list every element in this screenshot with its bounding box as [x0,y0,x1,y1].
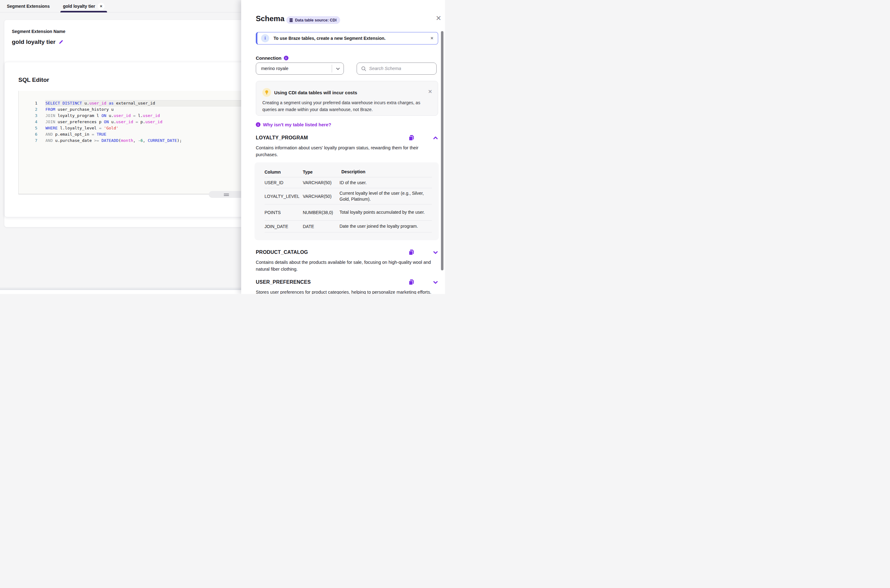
copy-icon[interactable] [408,134,415,141]
schema-table-description: Contains information about users' loyalt… [256,144,438,158]
code-text: AND p.email_opt_in = TRUE [45,131,107,138]
connection-label: Connection [256,56,282,61]
data-source-badge-label: Data table source: CDI [295,18,336,22]
table-column-header: Description [339,169,432,175]
sql-editor-title: SQL Editor [18,76,49,83]
column-name-cell: LOYALTY_LEVEL [264,194,303,199]
line-number: 4 [19,119,38,125]
search-schema-input[interactable] [369,63,433,74]
panel-close-icon[interactable]: ✕ [436,14,441,22]
edit-pencil-icon[interactable] [59,39,63,45]
info-icon: i [261,34,269,42]
schema-table-name: USER_PREFERENCES [256,279,408,285]
column-name-cell: USER_ID [264,180,303,185]
segment-extension-name-value: gold loyalty tier [12,39,56,45]
column-name-cell: POINTS [264,210,303,215]
schema-table-name: LOYALTY_PROGRAM [256,135,408,141]
column-type-cell: VARCHAR(50) [303,194,339,199]
copy-icon[interactable] [408,249,415,256]
column-description-cell: Date the user joined the loyalty program… [339,224,432,229]
column-type-cell: VARCHAR(50) [303,180,339,185]
warning-title: Using CDI data tables will incur costs [274,90,357,95]
data-source-badge: Data table source: CDI [286,16,340,24]
code-text: FROM user_purchase_history u [45,106,114,112]
warning-close-icon[interactable]: ✕ [428,88,432,94]
code-text: JOIN user_preferences p ON u.user_id = p… [45,119,162,125]
table-row: USER_IDVARCHAR(50)ID of the user. [264,177,432,188]
chevron-down-icon [335,66,341,71]
dropdown-divider [332,65,332,72]
column-type-cell: NUMBER(38,0) [303,210,339,215]
line-number: 3 [19,112,38,119]
line-number: 7 [19,138,38,144]
chevron-down-icon[interactable] [433,280,438,285]
tab-close-icon[interactable]: ✕ [98,3,105,10]
tab-label: gold loyalty tier [63,4,95,9]
table-row: LOYALTY_LEVELVARCHAR(50)Current loyalty … [264,188,432,204]
code-text: JOIN loyalty_program l ON u.user_id = l.… [45,112,160,119]
schema-tables-list: LOYALTY_PROGRAMContains information abou… [256,134,440,294]
schema-table-section: LOYALTY_PROGRAMContains information abou… [256,134,440,240]
code-text: SELECT DISTINCT u.user_id as external_us… [45,100,155,106]
schema-table-description: Contains details about the products avai… [256,259,438,273]
schema-panel: ✕ Schema Data table source: CDI i To use… [241,0,445,294]
line-number: 2 [19,106,38,112]
code-text: AND u.purchase_date >= DATEADD(month, -6… [45,138,182,144]
cdi-cost-warning-card: Using CDI data tables will incur costs ✕… [256,81,438,116]
line-number: 1 [19,100,38,106]
schema-table-section: PRODUCT_CATALOGContains details about th… [256,248,440,273]
schema-panel-title: Schema [256,14,284,23]
column-description-cell: Current loyalty level of the user (e.g.,… [339,190,432,202]
lightbulb-icon [262,88,271,97]
copy-icon[interactable] [408,279,415,286]
segment-extension-name-label: Segment Extension Name [12,29,65,34]
panel-scrollbar-thumb[interactable] [441,31,443,270]
code-text: WHERE l.loyalty_level = 'Gold' [45,125,119,131]
active-tab-underline [60,11,107,12]
column-description-cell: ID of the user. [339,180,432,186]
schema-columns-table: ColumnTypeDescriptionUSER_IDVARCHAR(50)I… [255,162,439,240]
table-row: JOIN_DATEDATEDate the user joined the lo… [264,220,432,232]
schema-search [357,63,437,75]
schema-table-name: PRODUCT_CATALOG [256,249,408,255]
chevron-down-icon[interactable] [433,250,438,255]
info-banner: i To use Braze tables, create a new Segm… [256,32,438,45]
info-banner-text: To use Braze tables, create a new Segmen… [273,36,431,41]
help-link-text: Why isn't my table listed here? [263,122,331,127]
database-icon [289,18,293,22]
column-name-cell: JOIN_DATE [264,224,303,229]
connection-info-icon[interactable]: i [284,56,288,60]
help-info-icon: i [256,122,260,127]
table-column-header: Type [303,170,339,174]
line-number: 6 [19,131,38,138]
app-window: Segment Extensions gold loyalty tier ✕ S… [0,0,445,294]
line-number: 5 [19,125,38,131]
info-banner-close-icon[interactable]: ✕ [431,36,434,40]
column-type-cell: DATE [303,224,339,229]
schema-table-description: Stores user preferences for product cate… [256,289,438,294]
tab-gold-loyalty-tier[interactable]: gold loyalty tier ✕ [60,0,107,12]
table-row: POINTSNUMBER(38,0)Total loyalty points a… [264,204,432,220]
connection-select[interactable]: merino royale [256,63,344,75]
chevron-up-icon[interactable] [433,135,438,141]
column-description-cell: Total loyalty points accumulated by the … [339,209,432,215]
search-icon [361,66,366,71]
schema-table-section: USER_PREFERENCESStores user preferences … [256,278,440,294]
warning-body: Creating a segment using your preferred … [262,99,433,113]
tab-segment-extensions[interactable]: Segment Extensions [7,0,50,12]
connection-selected-value: merino royale [261,63,288,74]
table-help-link[interactable]: i Why isn't my table listed here? [256,122,331,127]
table-column-header: Column [264,170,303,174]
